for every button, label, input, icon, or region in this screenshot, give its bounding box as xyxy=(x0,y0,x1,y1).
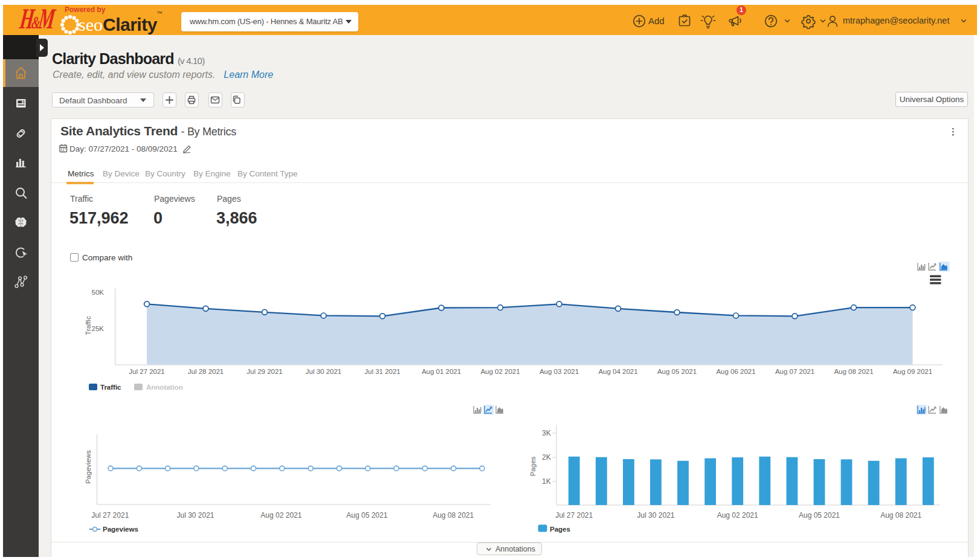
svg-text:Aug 03 2021: Aug 03 2021 xyxy=(540,368,579,375)
svg-text:1K: 1K xyxy=(542,477,551,486)
svg-text:Jul 28 2021: Jul 28 2021 xyxy=(188,368,224,375)
svg-text:Aug 08 2021: Aug 08 2021 xyxy=(834,368,873,375)
svg-text:Jul 30 2021: Jul 30 2021 xyxy=(176,511,214,520)
svg-text:Aug 09 2021: Aug 09 2021 xyxy=(893,368,932,375)
svg-text:Aug 05 2021: Aug 05 2021 xyxy=(346,511,387,520)
svg-text:Aug 06 2021: Aug 06 2021 xyxy=(716,368,755,375)
svg-text:Aug 05 2021: Aug 05 2021 xyxy=(799,511,840,520)
svg-text:Jul 27 2021: Jul 27 2021 xyxy=(555,511,593,520)
svg-text:Jul 30 2021: Jul 30 2021 xyxy=(306,368,341,375)
svg-text:Pageviews: Pageviews xyxy=(85,450,92,484)
svg-text:Aug 08 2021: Aug 08 2021 xyxy=(433,511,474,520)
svg-text:Aug 02 2021: Aug 02 2021 xyxy=(717,511,758,520)
svg-text:Jul 30 2021: Jul 30 2021 xyxy=(637,511,674,520)
svg-text:3K: 3K xyxy=(542,429,551,437)
svg-text:Traffic: Traffic xyxy=(85,316,92,335)
svg-text:Aug 05 2021: Aug 05 2021 xyxy=(657,368,697,375)
svg-text:Aug 02 2021: Aug 02 2021 xyxy=(480,368,520,375)
svg-text:Pages: Pages xyxy=(529,456,537,476)
svg-text:Traffic: Traffic xyxy=(100,384,121,391)
svg-text:Jul 27 2021: Jul 27 2021 xyxy=(129,368,164,375)
svg-text:Aug 01 2021: Aug 01 2021 xyxy=(422,368,461,375)
svg-text:Aug 02 2021: Aug 02 2021 xyxy=(260,511,301,520)
svg-text:Jul 27 2021: Jul 27 2021 xyxy=(91,511,129,520)
svg-text:50K: 50K xyxy=(92,289,105,296)
svg-text:Annotation: Annotation xyxy=(146,384,183,391)
svg-text:Pages: Pages xyxy=(550,526,570,533)
svg-text:Jul 31 2021: Jul 31 2021 xyxy=(364,368,400,375)
svg-text:2K: 2K xyxy=(542,453,551,462)
svg-text:Aug 04 2021: Aug 04 2021 xyxy=(598,368,637,375)
svg-text:Aug 08 2021: Aug 08 2021 xyxy=(880,511,921,520)
svg-text:Aug 07 2021: Aug 07 2021 xyxy=(775,368,814,375)
svg-text:Pageviews: Pageviews xyxy=(103,526,138,533)
svg-text:25K: 25K xyxy=(92,325,105,332)
svg-text:Jul 29 2021: Jul 29 2021 xyxy=(247,368,282,375)
